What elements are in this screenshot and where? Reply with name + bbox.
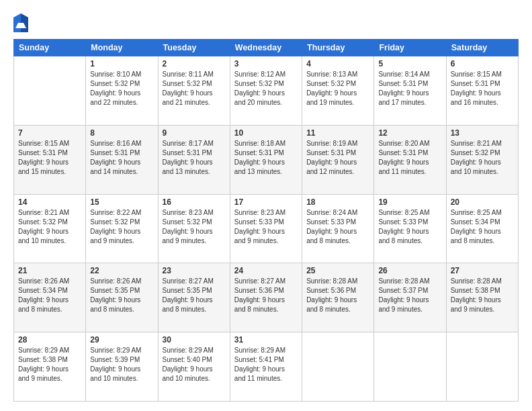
day-info: Sunrise: 8:19 AMSunset: 5:31 PMDaylight:… — [306, 140, 357, 175]
day-info: Sunrise: 8:17 AMSunset: 5:31 PMDaylight:… — [163, 140, 214, 175]
day-number: 10 — [234, 128, 298, 138]
day-number: 11 — [306, 128, 369, 138]
day-info: Sunrise: 8:18 AMSunset: 5:31 PMDaylight:… — [234, 140, 285, 175]
logo — [13, 15, 30, 32]
day-info: Sunrise: 8:28 AMSunset: 5:37 PMDaylight:… — [378, 277, 429, 313]
day-number: 27 — [451, 266, 514, 275]
calendar-day-3: 3Sunrise: 8:12 AMSunset: 5:32 PMDaylight… — [230, 56, 302, 126]
calendar-day-20: 20Sunrise: 8:25 AMSunset: 5:34 PMDayligh… — [446, 194, 518, 263]
day-number: 22 — [90, 266, 153, 275]
day-number: 20 — [451, 197, 514, 207]
day-number: 13 — [451, 128, 514, 138]
logo-icon — [13, 13, 28, 32]
page: SundayMondayTuesdayWednesdayThursdayFrid… — [0, 0, 532, 411]
day-info: Sunrise: 8:21 AMSunset: 5:32 PMDaylight:… — [451, 140, 502, 175]
calendar-day-13: 13Sunrise: 8:21 AMSunset: 5:32 PMDayligh… — [446, 125, 518, 194]
calendar-day-31: 31Sunrise: 8:29 AMSunset: 5:41 PMDayligh… — [230, 332, 302, 402]
day-number: 21 — [18, 266, 81, 275]
calendar-day-18: 18Sunrise: 8:24 AMSunset: 5:33 PMDayligh… — [302, 194, 374, 263]
day-number: 25 — [306, 266, 369, 275]
calendar-day-8: 8Sunrise: 8:16 AMSunset: 5:31 PMDaylight… — [86, 125, 158, 194]
weekday-header-thursday: Thursday — [302, 40, 374, 56]
weekday-header-saturday: Saturday — [446, 40, 518, 56]
calendar-day-10: 10Sunrise: 8:18 AMSunset: 5:31 PMDayligh… — [230, 125, 302, 194]
day-number: 24 — [234, 266, 298, 275]
day-number: 16 — [163, 197, 226, 207]
day-info: Sunrise: 8:11 AMSunset: 5:32 PMDaylight:… — [163, 71, 214, 106]
weekday-header-monday: Monday — [86, 40, 158, 56]
day-info: Sunrise: 8:26 AMSunset: 5:35 PMDaylight:… — [90, 277, 141, 313]
day-number: 15 — [90, 197, 153, 207]
day-info: Sunrise: 8:23 AMSunset: 5:32 PMDaylight:… — [163, 209, 214, 244]
header — [13, 12, 519, 32]
day-number: 6 — [451, 59, 514, 68]
day-info: Sunrise: 8:21 AMSunset: 5:32 PMDaylight:… — [18, 209, 69, 244]
calendar-day-16: 16Sunrise: 8:23 AMSunset: 5:32 PMDayligh… — [158, 194, 230, 263]
calendar-week-row: 21Sunrise: 8:26 AMSunset: 5:34 PMDayligh… — [14, 263, 519, 332]
calendar-day-12: 12Sunrise: 8:20 AMSunset: 5:31 PMDayligh… — [374, 125, 446, 194]
calendar-empty-cell — [446, 332, 518, 402]
calendar-day-17: 17Sunrise: 8:23 AMSunset: 5:33 PMDayligh… — [230, 194, 302, 263]
day-info: Sunrise: 8:20 AMSunset: 5:31 PMDaylight:… — [378, 140, 429, 175]
day-number: 14 — [18, 197, 81, 207]
calendar-week-row: 1Sunrise: 8:10 AMSunset: 5:32 PMDaylight… — [14, 56, 519, 126]
day-number: 12 — [378, 128, 441, 138]
calendar-day-2: 2Sunrise: 8:11 AMSunset: 5:32 PMDaylight… — [158, 56, 230, 126]
day-info: Sunrise: 8:22 AMSunset: 5:32 PMDaylight:… — [90, 209, 141, 244]
calendar-empty-cell — [374, 332, 446, 402]
day-info: Sunrise: 8:25 AMSunset: 5:33 PMDaylight:… — [378, 209, 429, 244]
day-info: Sunrise: 8:15 AMSunset: 5:31 PMDaylight:… — [451, 71, 502, 106]
day-number: 19 — [378, 197, 441, 207]
weekday-header-wednesday: Wednesday — [230, 40, 302, 56]
day-info: Sunrise: 8:13 AMSunset: 5:32 PMDaylight:… — [306, 71, 357, 106]
calendar-day-6: 6Sunrise: 8:15 AMSunset: 5:31 PMDaylight… — [446, 56, 518, 126]
day-number: 23 — [163, 266, 226, 275]
calendar-day-26: 26Sunrise: 8:28 AMSunset: 5:37 PMDayligh… — [374, 263, 446, 332]
calendar-empty-cell — [302, 332, 374, 402]
day-number: 3 — [234, 59, 298, 68]
day-info: Sunrise: 8:10 AMSunset: 5:32 PMDaylight:… — [90, 71, 141, 106]
day-number: 18 — [306, 197, 369, 207]
weekday-header-tuesday: Tuesday — [158, 40, 230, 56]
calendar-day-19: 19Sunrise: 8:25 AMSunset: 5:33 PMDayligh… — [374, 194, 446, 263]
calendar-day-9: 9Sunrise: 8:17 AMSunset: 5:31 PMDaylight… — [158, 125, 230, 194]
day-number: 30 — [163, 335, 226, 345]
day-number: 4 — [306, 59, 369, 68]
day-info: Sunrise: 8:14 AMSunset: 5:31 PMDaylight:… — [378, 71, 429, 106]
calendar-day-21: 21Sunrise: 8:26 AMSunset: 5:34 PMDayligh… — [14, 263, 86, 332]
calendar-day-7: 7Sunrise: 8:15 AMSunset: 5:31 PMDaylight… — [14, 125, 86, 194]
calendar-day-4: 4Sunrise: 8:13 AMSunset: 5:32 PMDaylight… — [302, 56, 374, 126]
calendar-day-5: 5Sunrise: 8:14 AMSunset: 5:31 PMDaylight… — [374, 56, 446, 126]
day-number: 5 — [378, 59, 441, 68]
calendar-day-30: 30Sunrise: 8:29 AMSunset: 5:40 PMDayligh… — [158, 332, 230, 402]
calendar-day-28: 28Sunrise: 8:29 AMSunset: 5:38 PMDayligh… — [14, 332, 86, 402]
day-number: 31 — [234, 335, 298, 345]
day-info: Sunrise: 8:16 AMSunset: 5:31 PMDaylight:… — [90, 140, 141, 175]
calendar-day-22: 22Sunrise: 8:26 AMSunset: 5:35 PMDayligh… — [86, 263, 158, 332]
calendar-day-27: 27Sunrise: 8:28 AMSunset: 5:38 PMDayligh… — [446, 263, 518, 332]
day-number: 8 — [90, 128, 153, 138]
day-info: Sunrise: 8:27 AMSunset: 5:35 PMDaylight:… — [163, 277, 214, 313]
day-info: Sunrise: 8:15 AMSunset: 5:31 PMDaylight:… — [18, 140, 69, 175]
day-info: Sunrise: 8:29 AMSunset: 5:38 PMDaylight:… — [18, 347, 69, 382]
calendar-day-11: 11Sunrise: 8:19 AMSunset: 5:31 PMDayligh… — [302, 125, 374, 194]
day-info: Sunrise: 8:12 AMSunset: 5:32 PMDaylight:… — [234, 71, 285, 106]
day-number: 7 — [18, 128, 81, 138]
weekday-header-row: SundayMondayTuesdayWednesdayThursdayFrid… — [14, 40, 519, 56]
calendar-day-25: 25Sunrise: 8:28 AMSunset: 5:36 PMDayligh… — [302, 263, 374, 332]
day-info: Sunrise: 8:29 AMSunset: 5:40 PMDaylight:… — [163, 347, 214, 382]
day-number: 26 — [378, 266, 441, 275]
weekday-header-sunday: Sunday — [14, 40, 86, 56]
day-info: Sunrise: 8:28 AMSunset: 5:36 PMDaylight:… — [306, 277, 357, 313]
day-info: Sunrise: 8:28 AMSunset: 5:38 PMDaylight:… — [451, 277, 502, 313]
day-info: Sunrise: 8:25 AMSunset: 5:34 PMDaylight:… — [451, 209, 502, 244]
weekday-header-friday: Friday — [374, 40, 446, 56]
calendar-day-23: 23Sunrise: 8:27 AMSunset: 5:35 PMDayligh… — [158, 263, 230, 332]
calendar-day-15: 15Sunrise: 8:22 AMSunset: 5:32 PMDayligh… — [86, 194, 158, 263]
day-info: Sunrise: 8:26 AMSunset: 5:34 PMDaylight:… — [18, 277, 69, 313]
day-number: 29 — [90, 335, 153, 345]
day-number: 17 — [234, 197, 298, 207]
calendar-week-row: 28Sunrise: 8:29 AMSunset: 5:38 PMDayligh… — [14, 332, 519, 402]
day-info: Sunrise: 8:24 AMSunset: 5:33 PMDaylight:… — [306, 209, 357, 244]
day-number: 2 — [163, 59, 226, 68]
